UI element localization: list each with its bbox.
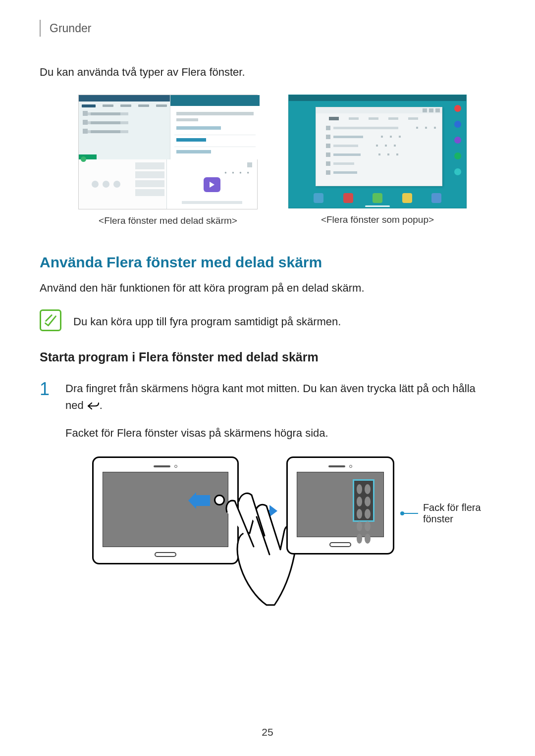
step-number: 1 [40, 380, 57, 564]
figure-row: ● ● ● ● <Flera fönster med delad skärm> [78, 95, 495, 226]
section-title: Grunder [50, 22, 91, 35]
page: Grunder Du kan använda två typer av Fler… [0, 0, 535, 579]
divider [40, 20, 41, 37]
intro-text: Du kan använda två typer av Flera fönste… [40, 64, 495, 81]
note-text: Du kan köra upp till fyra program samtid… [73, 313, 341, 330]
figure-caption: <Flera fönster med delad skärm> [99, 215, 237, 226]
step-text-b: . [100, 399, 103, 411]
callout: Fack för flera fönster [403, 502, 495, 525]
svg-line-0 [257, 517, 269, 554]
popup-illustration [288, 95, 467, 208]
back-icon [87, 399, 100, 416]
step-text-a: Dra fingret från skärmens högra kant mot… [65, 382, 476, 411]
figure-popup: <Flera fönster som popup> [288, 95, 467, 226]
note-icon [40, 309, 61, 331]
callout-line [403, 513, 418, 514]
figure-split-screen: ● ● ● ● <Flera fönster med delad skärm> [78, 95, 258, 226]
heading: Använda Flera fönster med delad skärm [40, 254, 495, 271]
tablet-right [286, 456, 394, 554]
step-text: Dra fingret från skärmens högra kant mot… [65, 380, 495, 416]
multi-window-tray [353, 479, 374, 522]
gesture-diagram: Fack för flera fönster [92, 456, 495, 564]
tablet-left [92, 456, 239, 564]
subheading: Starta program i Flera fönster med delad… [40, 350, 495, 364]
split-screen-illustration: ● ● ● ● [78, 95, 258, 209]
figure-caption: <Flera fönster som popup> [321, 214, 434, 225]
step-followup: Facket för Flera fönster visas på skärme… [65, 425, 495, 442]
heading-description: Använd den här funktionen för att köra p… [40, 280, 495, 297]
step-1: 1 Dra fingret från skärmens högra kant m… [40, 380, 495, 564]
page-number: 25 [0, 726, 535, 738]
breadcrumb-bar: Grunder [40, 20, 495, 37]
note: Du kan köra upp till fyra program samtid… [40, 309, 495, 331]
arrow-right-icon [248, 505, 277, 517]
callout-label: Fack för flera fönster [423, 502, 495, 525]
